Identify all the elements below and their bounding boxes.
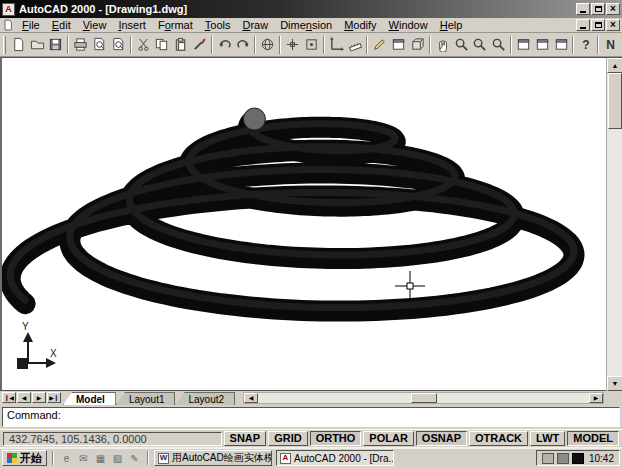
system-tray-icon[interactable] — [557, 453, 569, 464]
drawing-file-icon[interactable] — [2, 19, 14, 31]
toggle-osnap[interactable]: OSNAP — [416, 431, 467, 446]
close-button[interactable]: × — [606, 3, 620, 15]
zoom-previous-button[interactable] — [489, 35, 508, 55]
print-button[interactable] — [71, 35, 90, 55]
scroll-right-icon[interactable]: ▶ — [589, 393, 603, 403]
cut-button[interactable] — [134, 35, 153, 55]
zoom-realtime-button[interactable] — [452, 35, 471, 55]
design-center-button[interactable] — [533, 35, 552, 55]
find-button[interactable] — [109, 35, 128, 55]
tab-prev-button[interactable]: ◀ — [17, 392, 31, 403]
toggle-polar[interactable]: POLAR — [363, 431, 414, 446]
ie-quicklaunch-icon[interactable]: e — [59, 451, 74, 465]
keyboard-layout-icon[interactable] — [572, 453, 584, 464]
drawing-area[interactable]: YX ▲ ▼ — [0, 57, 622, 390]
channels-icon[interactable]: ▧ — [110, 451, 125, 465]
3d-orbit-button[interactable] — [408, 35, 427, 55]
named-views-icon — [391, 37, 406, 52]
toggle-ortho[interactable]: ORTHO — [310, 431, 362, 446]
status-bar: 432.7645, 105.1436, 0.0000 SNAPGRIDORTHO… — [0, 429, 622, 447]
tab-layout2[interactable]: Layout2 — [175, 392, 235, 405]
start-button[interactable]: 开始 — [2, 450, 47, 466]
tab-first-button[interactable]: ❙◀ — [2, 392, 16, 403]
distance-button[interactable] — [346, 35, 365, 55]
menu-help[interactable]: Help — [434, 19, 469, 31]
zoom-window-button[interactable] — [470, 35, 489, 55]
match-properties-button[interactable] — [190, 35, 209, 55]
properties-button[interactable] — [514, 35, 533, 55]
tab-layout1[interactable]: Layout1 — [116, 392, 176, 405]
command-input[interactable]: Command: — [2, 407, 620, 427]
toolbar-grip[interactable] — [3, 36, 6, 54]
coordinates-display[interactable]: 432.7645, 105.1436, 0.0000 — [3, 432, 222, 446]
notes-quicklaunch-icon[interactable]: ✎ — [127, 451, 142, 465]
zoom-realtime-icon — [454, 37, 469, 52]
print-preview-button[interactable] — [90, 35, 109, 55]
horizontal-scrollbar[interactable]: ◀ ▶ — [243, 392, 604, 404]
vertical-scrollbar[interactable]: ▲ ▼ — [606, 58, 622, 391]
named-views-button[interactable] — [389, 35, 408, 55]
tab-last-button[interactable]: ▶❙ — [47, 392, 61, 403]
menu-modify[interactable]: Modify — [338, 19, 382, 31]
print-icon — [73, 37, 88, 52]
redraw-button[interactable] — [370, 35, 389, 55]
menu-file[interactable]: File — [16, 19, 46, 31]
autocad-app-icon[interactable]: A — [2, 3, 15, 16]
task-label: 用AutoCAD绘画实体模 — [172, 451, 272, 465]
temporary-tracking-button[interactable] — [283, 35, 302, 55]
task-button-1[interactable]: W用AutoCAD绘画实体模 — [154, 450, 272, 466]
quick-launch-bar: e✉▦▧✎ — [59, 451, 142, 465]
temporary-tracking-icon — [285, 37, 300, 52]
menu-dimension[interactable]: Dimension — [274, 19, 338, 31]
save-button[interactable] — [46, 35, 65, 55]
model-viewport[interactable]: YX — [2, 58, 606, 391]
menu-insert[interactable]: Insert — [112, 19, 152, 31]
scroll-up-icon[interactable]: ▲ — [607, 58, 622, 73]
child-close-button[interactable]: × — [606, 19, 620, 31]
copy-button[interactable] — [152, 35, 171, 55]
child-minimize-button[interactable] — [576, 19, 590, 31]
clock[interactable]: 10:42 — [587, 453, 614, 464]
ucs-button[interactable] — [327, 35, 346, 55]
insert-hyperlink-button[interactable] — [258, 35, 277, 55]
show-desktop-icon[interactable]: ▦ — [93, 451, 108, 465]
crosshair-cursor — [395, 271, 425, 301]
menu-draw[interactable]: Draw — [236, 19, 274, 31]
vertical-scroll-thumb[interactable] — [608, 73, 622, 129]
pan-realtime-button[interactable] — [433, 35, 452, 55]
insert-hyperlink-icon — [260, 37, 275, 52]
ime-indicator-icon[interactable] — [542, 453, 554, 464]
open-button[interactable] — [28, 35, 47, 55]
horizontal-scroll-thumb[interactable] — [411, 393, 437, 403]
help-button[interactable]: ? — [576, 35, 595, 55]
menu-tools[interactable]: Tools — [199, 19, 237, 31]
menu-window[interactable]: Window — [383, 19, 434, 31]
dbconnect-button[interactable] — [552, 35, 571, 55]
child-restore-button[interactable] — [591, 19, 605, 31]
undo-button[interactable] — [215, 35, 234, 55]
menu-format[interactable]: Format — [152, 19, 199, 31]
minimize-button[interactable] — [576, 3, 590, 15]
3d-orbit-icon — [410, 37, 425, 52]
toggle-lwt[interactable]: LWT — [530, 431, 565, 446]
tab-model[interactable]: Model — [63, 392, 116, 405]
tab-next-button[interactable]: ▶ — [32, 392, 46, 403]
menu-view[interactable]: View — [77, 19, 113, 31]
restore-button[interactable] — [591, 3, 605, 15]
toggle-grid[interactable]: GRID — [268, 431, 308, 446]
paste-button[interactable] — [171, 35, 190, 55]
toggle-snap[interactable]: SNAP — [224, 431, 267, 446]
active-assistance-button[interactable]: N — [601, 35, 620, 55]
menu-edit[interactable]: Edit — [46, 19, 77, 31]
scroll-down-icon[interactable]: ▼ — [607, 376, 622, 391]
redo-button[interactable] — [234, 35, 253, 55]
paste-icon — [173, 37, 188, 52]
layout-tab-bar: ❙◀ ◀ ▶ ▶❙ ModelLayout1Layout2 ◀ ▶ — [0, 390, 622, 404]
mail-quicklaunch-icon[interactable]: ✉ — [76, 451, 91, 465]
object-snap-button[interactable] — [302, 35, 321, 55]
scroll-left-icon[interactable]: ◀ — [244, 393, 258, 403]
task-button-2[interactable]: AAutoCAD 2000 - [Dra... — [276, 450, 394, 466]
toggle-otrack[interactable]: OTRACK — [469, 431, 528, 446]
toggle-model[interactable]: MODEL — [567, 431, 619, 446]
new-button[interactable] — [9, 35, 28, 55]
